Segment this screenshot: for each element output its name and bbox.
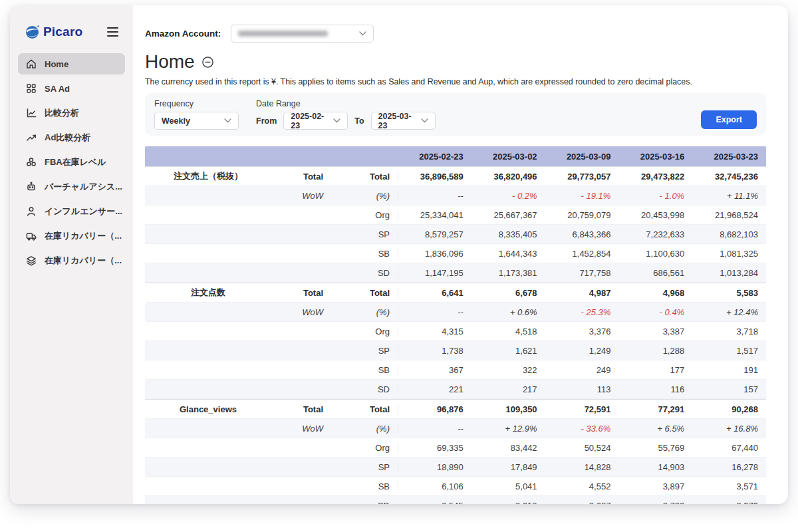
value-cell: 77,291 <box>618 404 692 414</box>
robot-icon <box>25 181 37 193</box>
currency-note: The currency used in this report is ¥. T… <box>145 77 766 86</box>
header-date-cell: 2025-03-23 <box>692 152 766 162</box>
chevron-down-icon <box>359 31 366 36</box>
from-date-select[interactable]: 2025-02-23 <box>283 112 348 130</box>
sidebar-item-home[interactable]: Home <box>18 53 125 74</box>
sidebar-item-chart[interactable]: 比較分析 <box>18 102 125 124</box>
report-table: 2025-02-232025-03-022025-03-092025-03-16… <box>145 146 766 504</box>
sidebar-item-label: FBA在庫レベル <box>45 156 106 168</box>
sidebar-item-cluster[interactable]: FBA在庫レベル <box>18 152 125 173</box>
agg-level2-cell: SD <box>331 268 398 278</box>
value-cell: 7,232,633 <box>618 229 692 239</box>
value-cell: 14,828 <box>545 462 619 472</box>
agg-level2-cell: (%) <box>331 424 398 434</box>
value-cell: 69,335 <box>398 443 471 453</box>
header-date-cell: 2025-02-23 <box>398 152 471 162</box>
value-cell: 67,440 <box>692 443 766 453</box>
table-row: Org25,334,04125,667,36720,759,07920,453,… <box>145 205 766 225</box>
value-cell: 1,013,284 <box>692 268 766 278</box>
table-row: SD1,147,1951,173,381717,758686,5611,013,… <box>145 263 766 283</box>
truck-icon <box>25 230 37 242</box>
cluster-icon <box>25 156 37 168</box>
table-row: SB367322249177191 <box>145 360 766 380</box>
value-cell: 14,903 <box>618 462 692 472</box>
to-date-value: 2025-03-23 <box>378 112 416 130</box>
value-cell: 16,278 <box>692 462 766 472</box>
value-cell: 3,718 <box>692 327 766 336</box>
chevron-down-icon <box>333 118 340 123</box>
value-cell: 1,100,630 <box>618 249 692 259</box>
value-cell: 55,769 <box>618 443 692 453</box>
value-cell: 1,288 <box>618 346 692 356</box>
table-row: SB1,836,0961,644,3431,452,8541,100,6301,… <box>145 244 766 263</box>
home-icon <box>25 58 37 70</box>
account-row: Amazon Account: <box>145 24 766 43</box>
value-cell: 90,268 <box>692 404 766 414</box>
value-cell: 191 <box>692 365 766 375</box>
value-cell: - 33.6% <box>545 424 619 434</box>
minus-circle-icon[interactable] <box>201 56 214 68</box>
picaro-logo[interactable]: Picaro <box>25 24 82 40</box>
hamburger-menu-icon[interactable] <box>104 25 121 40</box>
value-cell: -- <box>398 191 471 201</box>
agg-level2-cell: SD <box>331 501 398 505</box>
app-window: Picaro HomeSA Ad比較分析Ad比較分析FBA在庫レベルバーチャルア… <box>10 5 788 504</box>
sidebar-item-label: 在庫リカバリー（... <box>45 255 122 267</box>
value-cell: + 12.4% <box>692 307 766 317</box>
value-cell: - 25.3% <box>545 307 619 317</box>
value-cell: 1,173,381 <box>471 268 545 278</box>
value-cell: 3,018 <box>471 501 545 505</box>
value-cell: + 12.9% <box>471 424 545 434</box>
amazon-account-label: Amazon Account: <box>145 29 221 39</box>
value-cell: + 16.8% <box>692 424 766 434</box>
sidebar-item-robot[interactable]: バーチャルアシス... <box>18 176 125 198</box>
amazon-account-select[interactable] <box>231 25 374 43</box>
agg-level2-cell: SP <box>331 229 398 239</box>
table-row: SP18,89017,84914,82814,90316,278 <box>145 458 766 477</box>
sidebar: Picaro HomeSA Ad比較分析Ad比較分析FBA在庫レベルバーチャルア… <box>10 5 133 504</box>
export-button[interactable]: Export <box>701 110 757 129</box>
value-cell: 8,682,103 <box>692 229 766 239</box>
picaro-globe-icon <box>25 24 41 40</box>
metric-name-cell: Glance_views <box>145 404 271 414</box>
agg-level2-cell: Total <box>331 172 398 182</box>
date-range-label: Date Range <box>256 99 436 108</box>
value-cell: 6,843,366 <box>545 229 619 239</box>
value-cell: 20,453,998 <box>618 210 692 220</box>
table-row: WoW(%)--+ 12.9%- 33.6%+ 6.5%+ 16.8% <box>145 419 766 438</box>
value-cell: 3,897 <box>618 481 692 491</box>
from-label: From <box>256 116 277 126</box>
value-cell: + 6.5% <box>618 424 692 434</box>
agg-level2-cell: Org <box>331 327 398 336</box>
sidebar-item-layers[interactable]: 在庫リカバリー（... <box>18 250 125 271</box>
metric-name-cell: 注文点数 <box>145 287 271 299</box>
value-cell: - 1.0% <box>618 191 692 201</box>
value-cell: 4,987 <box>545 288 619 298</box>
trend-icon <box>25 132 37 144</box>
main-content: Amazon Account: Home The currency used i… <box>133 5 788 504</box>
value-cell: - 19.1% <box>545 191 619 201</box>
value-cell: 8,579,257 <box>398 229 471 239</box>
value-cell: 1,249 <box>545 346 619 356</box>
person-icon <box>25 205 37 217</box>
agg-level2-cell: (%) <box>331 191 398 201</box>
redacted-account-name <box>238 31 328 37</box>
to-date-select[interactable]: 2025-03-23 <box>371 112 436 130</box>
value-cell: 717,758 <box>545 268 619 278</box>
table-row: SD2,5453,0182,6872,7222,979 <box>145 496 766 504</box>
sidebar-item-trend[interactable]: Ad比較分析 <box>18 127 125 148</box>
sidebar-item-truck[interactable]: 在庫リカバリー（... <box>18 225 125 247</box>
value-cell: 4,552 <box>545 481 619 491</box>
value-cell: 109,350 <box>471 404 545 414</box>
value-cell: 1,081,325 <box>692 249 766 259</box>
value-cell: 4,315 <box>398 327 471 336</box>
frequency-select[interactable]: Weekly <box>154 112 239 130</box>
agg-level2-cell: SP <box>331 346 398 356</box>
agg-level2-cell: SB <box>331 249 398 259</box>
value-cell: 3,376 <box>545 327 619 336</box>
sidebar-item-person[interactable]: インフルエンサー... <box>18 201 125 222</box>
value-cell: 20,759,079 <box>545 210 619 220</box>
sidebar-item-grid[interactable]: SA Ad <box>18 78 125 99</box>
value-cell: 2,545 <box>398 501 471 505</box>
value-cell: 1,621 <box>471 346 545 356</box>
